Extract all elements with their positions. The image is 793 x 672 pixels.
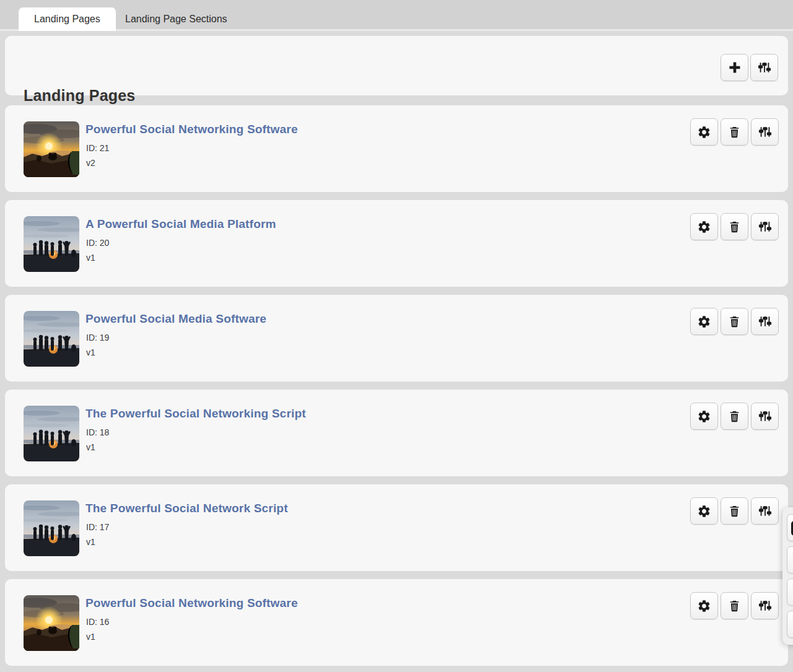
trash-icon: [727, 504, 742, 518]
sliders-icon: [758, 504, 772, 518]
order-button[interactable]: [751, 308, 779, 335]
settings-button[interactable]: [690, 592, 718, 619]
landing-page-version: v1: [86, 253, 95, 263]
flyout-button[interactable]: [787, 514, 793, 541]
order-button[interactable]: [751, 592, 779, 619]
sliders-icon: [758, 599, 772, 613]
landing-page-id: ID: 17: [86, 522, 109, 532]
header-order-button[interactable]: [750, 54, 778, 81]
trash-icon: [727, 125, 742, 139]
flyout-button[interactable]: [787, 611, 793, 638]
trash-icon: [727, 599, 742, 613]
order-button[interactable]: [751, 497, 779, 525]
header-panel: Landing Pages The Jamroom Network»Landin…: [5, 36, 788, 95]
trash-icon: [727, 315, 742, 329]
landing-page-id: ID: 18: [86, 427, 109, 437]
landing-page-version: v1: [86, 347, 95, 357]
delete-button[interactable]: [721, 308, 748, 335]
settings-button[interactable]: [690, 497, 718, 525]
gear-icon: [697, 315, 711, 329]
landing-page-id: ID: 16: [86, 617, 109, 627]
landing-page-title-link[interactable]: Powerful Social Media Software: [85, 312, 266, 326]
delete-button[interactable]: [721, 592, 748, 619]
gear-icon: [697, 409, 711, 424]
landing-page-id: ID: 19: [86, 333, 109, 343]
plus-icon: [727, 60, 742, 75]
landing-page-thumbnail[interactable]: [24, 406, 79, 461]
landing-page-title-link[interactable]: The Powerful Social Networking Script: [85, 407, 306, 421]
gear-icon: [697, 504, 711, 518]
trash-icon: [727, 220, 742, 234]
landing-page-row: The Powerful Social Network Script ID: 1…: [5, 484, 788, 571]
order-button[interactable]: [751, 213, 779, 240]
landing-page-title-link[interactable]: A Powerful Social Media Platform: [85, 217, 276, 231]
page-title: Landing Pages: [24, 87, 135, 105]
tab-bar: Landing Pages Landing Page Sections: [0, 0, 793, 31]
landing-page-row: Powerful Social Networking Software ID: …: [5, 579, 788, 666]
sliders-icon: [758, 315, 772, 328]
order-button[interactable]: [751, 118, 779, 146]
landing-page-row: Powerful Social Networking Software ID: …: [5, 105, 788, 192]
sliders-icon: [758, 409, 772, 423]
delete-button[interactable]: [721, 213, 748, 240]
tab-landing-pages[interactable]: Landing Pages: [19, 7, 116, 31]
settings-button[interactable]: [690, 118, 718, 146]
landing-page-thumbnail[interactable]: [24, 121, 79, 177]
sliders-icon: [758, 125, 772, 139]
order-button[interactable]: [751, 403, 779, 430]
delete-button[interactable]: [721, 403, 748, 430]
add-landing-page-button[interactable]: [721, 54, 748, 81]
edge-flyout-panel: [782, 507, 793, 645]
trash-icon: [727, 409, 742, 424]
delete-button[interactable]: [721, 497, 748, 525]
landing-page-title-link[interactable]: Powerful Social Networking Software: [85, 596, 298, 610]
landing-page-thumbnail[interactable]: [24, 311, 79, 367]
settings-button[interactable]: [690, 213, 718, 240]
flyout-button[interactable]: [787, 546, 793, 574]
sliders-icon: [758, 61, 771, 74]
gear-icon: [697, 599, 711, 613]
landing-page-title-link[interactable]: The Powerful Social Network Script: [85, 502, 288, 515]
page: Landing Pages Landing Page Sections Land…: [0, 0, 793, 672]
gear-icon: [697, 125, 711, 139]
landing-page-version: v1: [86, 537, 95, 547]
landing-page-id: ID: 20: [86, 238, 109, 248]
landing-page-thumbnail[interactable]: [24, 595, 79, 651]
landing-page-title-link[interactable]: Powerful Social Networking Software: [85, 123, 298, 136]
settings-button[interactable]: [690, 308, 718, 335]
landing-page-version: v1: [86, 632, 95, 642]
landing-page-version: v1: [86, 442, 95, 452]
sliders-icon: [758, 220, 772, 233]
gear-icon: [697, 220, 711, 234]
landing-page-id: ID: 21: [86, 143, 109, 153]
landing-page-thumbnail[interactable]: [24, 216, 79, 272]
landing-page-row: A Powerful Social Media Platform ID: 20 …: [5, 200, 788, 287]
settings-button[interactable]: [690, 403, 718, 430]
tab-landing-page-sections[interactable]: Landing Page Sections: [123, 7, 230, 31]
landing-page-thumbnail[interactable]: [24, 500, 79, 556]
landing-page-row: Powerful Social Media Software ID: 19 v1: [5, 295, 788, 382]
flyout-button[interactable]: [787, 578, 793, 606]
landing-page-row: The Powerful Social Networking Script ID…: [5, 390, 788, 476]
landing-page-version: v2: [86, 158, 95, 168]
delete-button[interactable]: [721, 118, 748, 146]
